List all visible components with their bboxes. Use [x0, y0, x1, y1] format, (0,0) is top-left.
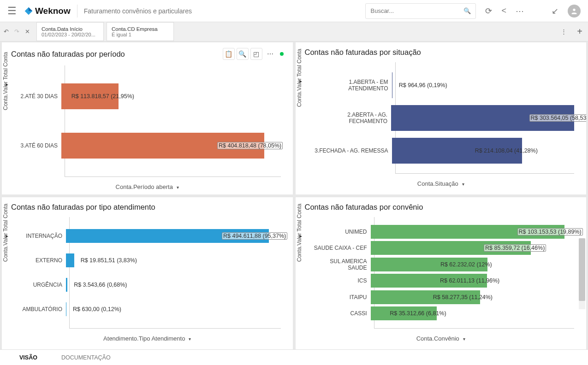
y-axis-label: Conta.Valor Total Conta: [2, 204, 9, 262]
chevron-down-icon: ▾: [462, 182, 464, 187]
zoom-data-icon[interactable]: 📋: [223, 48, 235, 60]
panel-situacao: Contas não faturadas por situação ▸ Cont…: [296, 42, 587, 194]
share-icon[interactable]: <: [501, 6, 506, 16]
bar-row[interactable]: 2.ABERTA - AG. FECHAMENTOR$ 303.564,05 (…: [396, 104, 575, 132]
bar-row[interactable]: 3.FECHADA - AG. REMESSAR$ 214.108,04 (41…: [396, 136, 575, 165]
value-label: R$ 494.611,88 (95,37%): [222, 232, 287, 240]
category-label: ITAIPU: [313, 294, 371, 300]
scrollbar[interactable]: [579, 238, 585, 309]
bar-row[interactable]: SUL AMERICA SAUDER$ 62.232,02 (12%): [374, 256, 575, 273]
brand-text: Weknow: [35, 6, 71, 16]
panel-title: Contas não faturadas por período: [11, 50, 125, 59]
kebab-icon[interactable]: ⋮: [561, 28, 567, 35]
bar-row[interactable]: ITAIPUR$ 58.277,35 (11,24%): [374, 289, 575, 306]
user-icon: [570, 7, 578, 15]
filter-bar: ↶ ↷ ✕ Conta.Data Início 01/02/2023 - 20/…: [0, 22, 588, 41]
value-label: R$ 404.818,48 (78,05%): [217, 142, 283, 149]
y-axis-label: Conta.Valor Total Conta: [296, 49, 303, 107]
bar: [392, 72, 392, 98]
bar-row[interactable]: UNIMEDR$ 103.153,53 (19,89%): [374, 224, 575, 240]
value-label: R$ 214.108,04 (41,28%): [475, 147, 538, 154]
panel-tipo: Contas não faturadas por tipo atendiment…: [2, 197, 293, 349]
value-label: R$ 62.011,13 (11,96%): [440, 277, 499, 284]
redo-icon[interactable]: ↷: [14, 28, 19, 35]
close-icon[interactable]: ✕: [25, 28, 30, 35]
x-axis-dropdown[interactable]: Conta.Convênio▾: [296, 330, 587, 344]
value-label: R$ 103.153,53 (19,89%): [517, 228, 583, 235]
category-label: 3.ATÉ 60 DIAS: [19, 142, 61, 149]
logo-icon: [24, 6, 33, 16]
bar-row[interactable]: SAUDE CAIXA - CEFR$ 85.359,72 (16,46%): [374, 240, 575, 257]
value-label: R$ 62.232,02 (12%): [440, 261, 492, 268]
chevron-down-icon: ▾: [189, 336, 191, 341]
bar-row[interactable]: EXTERNOR$ 19.851,51 (3,83%): [70, 251, 281, 270]
chevron-down-icon: ▾: [177, 185, 179, 190]
x-axis-dropdown[interactable]: Conta.Período aberta▾: [2, 179, 293, 192]
filter-chip-cd-empresa[interactable]: Conta.CD Empresa É igual 1: [107, 22, 174, 41]
value-label: R$ 630,00 (0,12%): [73, 306, 121, 312]
panel-convenio: Contas não faturadas por convênio ▸ Cont…: [296, 197, 587, 349]
filter-value: É igual 1: [112, 32, 169, 37]
tab-visao[interactable]: VISÃO: [19, 354, 37, 361]
panel-title: Contas não faturadas por situação: [305, 48, 421, 57]
brand-logo[interactable]: Weknow: [24, 6, 71, 16]
bar-row[interactable]: ICSR$ 62.011,13 (11,96%): [374, 273, 575, 289]
category-label: ICS: [313, 277, 371, 284]
category-label: URGÊNCIA: [19, 282, 66, 288]
refresh-icon[interactable]: ⟳: [485, 6, 492, 16]
x-axis-dropdown[interactable]: Atendimento.Tipo Atendimento▾: [2, 330, 293, 344]
filter-tools: ↶ ↷ ✕: [0, 22, 34, 41]
dashboard-grid: Contas não faturadas por período 📋 🔍 ◰ ⋯…: [0, 41, 588, 349]
avatar[interactable]: [568, 5, 581, 18]
bar-row[interactable]: 3.ATÉ 60 DIASR$ 404.818,48 (78,05%): [65, 131, 281, 160]
filterbar-right: ⋮ +: [555, 22, 588, 41]
category-label: 2.ATÉ 30 DIAS: [19, 93, 61, 100]
topbar: ☰ Weknow Faturamento convênios e particu…: [0, 0, 588, 22]
bar: [66, 253, 74, 267]
value-label: R$ 35.312,66 (6,81%): [390, 310, 446, 317]
chevron-down-icon: ▾: [463, 336, 465, 341]
filter-name: Conta.Data Início: [42, 26, 99, 32]
value-label: R$ 964,96 (0,19%): [399, 82, 447, 88]
category-label: SUL AMERICA SAUDE: [313, 258, 371, 271]
category-label: INTERNAÇÃO: [19, 233, 66, 239]
panel-title: Contas não faturadas por tipo atendiment…: [11, 203, 155, 212]
category-label: CASSI: [313, 310, 371, 317]
collapse-icon[interactable]: ↙: [552, 6, 558, 16]
x-axis-dropdown[interactable]: Conta.Situação▾: [296, 176, 587, 189]
value-label: R$ 113.818,57 (21,95%): [71, 93, 134, 100]
filter-chip-data-inicio[interactable]: Conta.Data Início 01/02/2023 - 20/02/20.…: [36, 22, 104, 41]
category-label: 2.ABERTA - AG. FECHAMENTO: [313, 112, 392, 124]
panel-periodo: Contas não faturadas por período 📋 🔍 ◰ ⋯…: [2, 42, 293, 194]
menu-icon[interactable]: ☰: [7, 5, 17, 17]
filter-name: Conta.CD Empresa: [112, 26, 169, 32]
add-icon[interactable]: +: [577, 26, 582, 37]
bar-row[interactable]: 1.ABERTA - EM ATENDIMENTOR$ 964,96 (0,19…: [396, 71, 575, 100]
search-input[interactable]: 🔍: [365, 3, 476, 19]
more-icon[interactable]: ⋯: [516, 6, 524, 16]
value-label: R$ 85.359,72 (16,46%): [484, 244, 546, 252]
y-axis-label: Conta.Valor Total Conta: [296, 204, 303, 262]
fullscreen-icon[interactable]: ◰: [250, 48, 262, 60]
bar-row[interactable]: 2.ATÉ 30 DIASR$ 113.818,57 (21,95%): [65, 82, 281, 111]
value-label: R$ 303.564,05 (58,53%): [529, 114, 587, 122]
divider: [77, 5, 77, 18]
bar-row[interactable]: AMBULATÓRIOR$ 630,00 (0,12%): [70, 300, 281, 319]
bar-row[interactable]: INTERNAÇÃOR$ 494.611,88 (95,37%): [70, 226, 281, 246]
category-label: SAUDE CAIXA - CEF: [313, 245, 371, 251]
category-label: 1.ABERTA - EM ATENDIMENTO: [313, 79, 392, 92]
bar: [66, 302, 66, 316]
value-label: R$ 3.543,66 (0,68%): [74, 282, 127, 288]
search-field[interactable]: [370, 7, 463, 14]
more-icon[interactable]: ⋯: [264, 48, 276, 60]
filter-icon[interactable]: 🔍: [237, 48, 249, 60]
tab-documentacao[interactable]: DOCUMENTAÇÃO: [61, 354, 111, 361]
category-label: AMBULATÓRIO: [19, 306, 66, 312]
bar: [66, 278, 67, 292]
bar-row[interactable]: CASSIR$ 35.312,66 (6,81%): [374, 306, 575, 322]
bar-row[interactable]: URGÊNCIAR$ 3.543,66 (0,68%): [70, 275, 281, 294]
category-label: 3.FECHADA - AG. REMESSA: [313, 147, 392, 154]
undo-icon[interactable]: ↶: [4, 28, 9, 35]
bottom-tabs: VISÃO DOCUMENTAÇÃO: [0, 349, 588, 365]
search-icon[interactable]: 🔍: [463, 7, 471, 14]
